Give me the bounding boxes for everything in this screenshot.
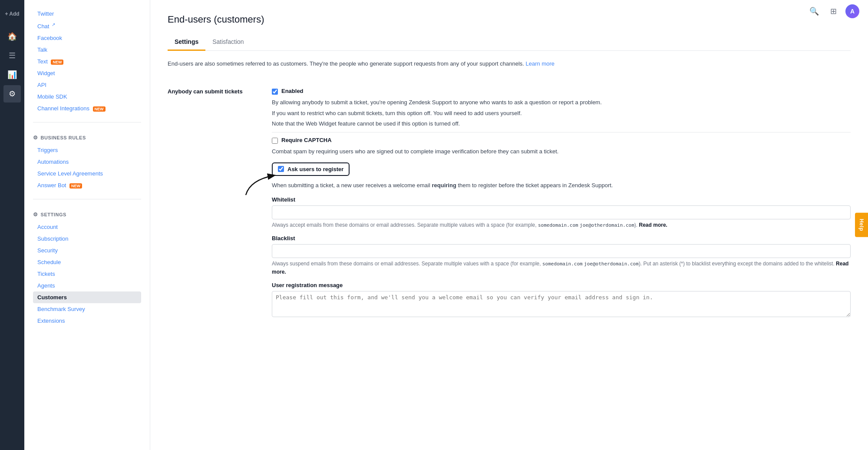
sidebar-item-talk[interactable]: Talk: [33, 44, 141, 56]
whitelist-input[interactable]: [272, 205, 851, 219]
settings-section-icon: ⚙: [33, 212, 38, 218]
sidebar-item-text[interactable]: Text NEW: [33, 56, 141, 67]
tabs-bar: Settings Satisfaction: [168, 34, 851, 51]
sidebar-item-customers[interactable]: Customers: [33, 291, 141, 303]
user-avatar[interactable]: A: [845, 4, 859, 18]
tab-satisfaction[interactable]: Satisfaction: [205, 34, 251, 51]
whitelist-desc: Always accept emails from these domains …: [272, 221, 851, 229]
sidebar-item-mobile-sdk[interactable]: Mobile SDK: [33, 91, 141, 103]
reg-message-textarea[interactable]: [272, 291, 851, 317]
text-new-badge: NEW: [51, 60, 63, 65]
register-highlight-box: Ask users to register: [272, 162, 350, 176]
sidebar-item-benchmark-survey[interactable]: Benchmark Survey: [33, 303, 141, 315]
settings-icon[interactable]: ⚙: [3, 85, 21, 103]
enabled-row: Enabled: [272, 88, 851, 95]
enabled-desc1: By allowing anybody to submit a ticket, …: [272, 98, 851, 107]
main-content: 🔍 ⊞ A End-users (customers) Settings Sat…: [150, 0, 868, 450]
enabled-label[interactable]: Enabled: [281, 88, 304, 94]
settings-label: ⚙ SETTINGS: [33, 212, 141, 218]
sidebar-item-channel-integrations[interactable]: Channel Integrations NEW: [33, 103, 141, 114]
sidebar-item-schedule[interactable]: Schedule: [33, 256, 141, 268]
captcha-checkbox[interactable]: [272, 138, 278, 144]
help-button[interactable]: Help: [855, 213, 868, 237]
enabled-desc2: If you want to restrict who can submit t…: [272, 109, 851, 118]
page-title: End-users (customers): [168, 14, 851, 25]
captcha-row: Require CAPTCHA: [272, 137, 851, 144]
sep1: [272, 132, 851, 132]
register-label[interactable]: Ask users to register: [287, 166, 343, 172]
apps-button[interactable]: ⊞: [826, 4, 840, 18]
tab-settings[interactable]: Settings: [168, 34, 205, 51]
settings-section: ⚙ SETTINGS Account Subscription Security…: [24, 204, 150, 330]
sidebar-item-account[interactable]: Account: [33, 221, 141, 233]
business-rules-icon: ⚙: [33, 135, 38, 141]
sidebar-divider-1: [33, 122, 141, 122]
sidebar-item-chat[interactable]: Chat ↗: [33, 20, 141, 32]
icon-rail: + Add 🏠 ☰ 📊 ⚙: [0, 0, 24, 450]
reports-icon[interactable]: 📊: [3, 66, 21, 83]
answer-bot-new-badge: NEW: [69, 183, 82, 189]
captcha-desc: Combat spam by requiring users who are s…: [272, 147, 851, 156]
sidebar-item-api[interactable]: API: [33, 79, 141, 91]
blacklist-desc: Always suspend emails from these domains…: [272, 260, 851, 276]
sidebar-item-extensions[interactable]: Extensions: [33, 315, 141, 327]
sidebar: Twitter Chat ↗ Facebook Talk Text NEW Wi…: [24, 0, 150, 450]
sidebar-item-agents[interactable]: Agents: [33, 280, 141, 291]
search-button[interactable]: 🔍: [807, 4, 821, 18]
learn-more-link[interactable]: Learn more: [526, 60, 554, 67]
sidebar-item-subscription[interactable]: Subscription: [33, 233, 141, 245]
sidebar-divider-2: [33, 199, 141, 199]
sidebar-item-tickets-settings[interactable]: Tickets: [33, 268, 141, 280]
register-desc: When submitting a ticket, a new user rec…: [272, 181, 851, 190]
captcha-label[interactable]: Require CAPTCHA: [281, 137, 332, 143]
whitelist-label: Whitelist: [272, 196, 851, 203]
blacklist-input[interactable]: [272, 244, 851, 258]
anybody-submit-content: Enabled By allowing anybody to submit a …: [272, 88, 851, 318]
external-link-icon: ↗: [52, 22, 55, 27]
sidebar-item-facebook[interactable]: Facebook: [33, 32, 141, 44]
business-rules-section: ⚙ BUSINESS RULES Triggers Automations Se…: [24, 127, 150, 195]
arrow-annotation: [241, 167, 281, 197]
topbar: 🔍 ⊞ A: [807, 0, 868, 23]
sidebar-item-triggers[interactable]: Triggers: [33, 144, 141, 156]
add-button[interactable]: + Add: [3, 5, 21, 23]
channel-integrations-new-badge: NEW: [93, 106, 106, 112]
reg-message-label: User registration message: [272, 282, 851, 288]
business-rules-label: ⚙ BUSINESS RULES: [33, 135, 141, 141]
anybody-submit-section: Anybody can submit tickets Enabled By al…: [168, 79, 851, 327]
channels-section: Twitter Chat ↗ Facebook Talk Text NEW Wi…: [24, 0, 150, 118]
blacklist-label: Blacklist: [272, 235, 851, 242]
whitelist-read-more-link[interactable]: Read more.: [639, 222, 667, 228]
anybody-submit-label: Anybody can submit tickets: [168, 88, 254, 318]
sidebar-item-twitter[interactable]: Twitter: [33, 8, 141, 20]
sidebar-item-automations[interactable]: Automations: [33, 156, 141, 168]
sidebar-item-security[interactable]: Security: [33, 245, 141, 256]
sidebar-item-sla[interactable]: Service Level Agreements: [33, 168, 141, 179]
home-icon[interactable]: 🏠: [3, 28, 21, 45]
enabled-desc3: Note that the Web Widget feature cannot …: [272, 119, 851, 129]
register-highlight-container: Ask users to register: [272, 162, 851, 179]
sidebar-item-widget[interactable]: Widget: [33, 67, 141, 79]
intro-text: End-users are also sometimes referred to…: [168, 60, 851, 69]
tickets-icon[interactable]: ☰: [3, 47, 21, 64]
enabled-checkbox[interactable]: [272, 89, 278, 95]
sidebar-item-answer-bot[interactable]: Answer Bot NEW: [33, 179, 141, 191]
